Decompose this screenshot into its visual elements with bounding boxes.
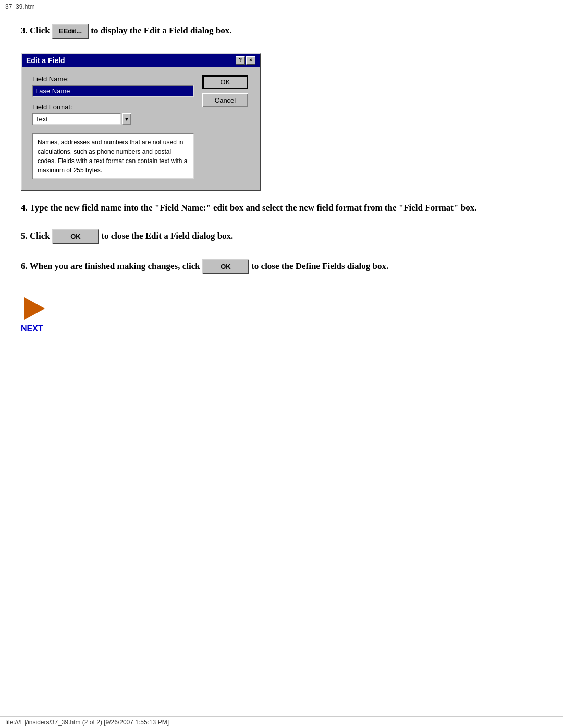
step-3: 3. Click EEdit... to display the Edit a … (21, 24, 542, 39)
step5-label: 5. Click (21, 231, 50, 241)
field-format-dropdown-container: Text ▼ (32, 113, 194, 125)
field-description-box: Names, addresses and numbers that are no… (32, 133, 194, 179)
field-name-input[interactable] (32, 85, 194, 97)
dialog-close-button[interactable]: × (246, 56, 255, 65)
step6-label: 6. When you are finished making changes,… (21, 261, 200, 271)
play-icon (24, 297, 45, 320)
status-bar: file:///E|/insiders/37_39.htm (2 of 2) [… (0, 716, 563, 728)
browser-title: 37_39.htm (0, 0, 563, 14)
step6-suffix: to close the Define Fields dialog box. (251, 261, 388, 271)
dialog-titlebar: Edit a Field ? × (22, 54, 260, 67)
dialog-cancel-button[interactable]: Cancel (202, 93, 248, 107)
ok-button-step5-inline[interactable]: OK (52, 229, 99, 244)
ok-button-step6-inline[interactable]: OK (202, 259, 249, 275)
step-6: 6. When you are finished making changes,… (21, 259, 542, 275)
step-4: 4. Type the new field name into the "Fie… (21, 201, 542, 215)
step3-suffix: to display the Edit a Field dialog box. (91, 26, 231, 35)
dialog-body: Field Name: Field Format: Text ▼ Names, … (22, 67, 260, 190)
dialog-title: Edit a Field (26, 56, 65, 65)
field-format-label: Field Format: (32, 103, 194, 111)
field-name-label: Field Name: (32, 75, 194, 83)
dialog-help-button[interactable]: ? (236, 56, 245, 65)
edit-field-dialog: Edit a Field ? × Field Name: Field Forma… (21, 53, 261, 191)
next-play-button[interactable] (21, 295, 48, 322)
dialog-right-panel: OK Cancel (202, 75, 249, 179)
step5-suffix: to close the Edit a Field dialog box. (101, 231, 233, 241)
nav-section: NEXT (21, 295, 542, 334)
edit-button-inline[interactable]: EEdit... (52, 24, 89, 39)
next-link[interactable]: NEXT (21, 324, 43, 334)
step-5: 5. Click OK to close the Edit a Field di… (21, 229, 542, 244)
step3-label: 3. Click (21, 26, 50, 35)
field-format-select[interactable]: Text (32, 113, 121, 125)
dialog-ok-button[interactable]: OK (202, 75, 248, 89)
dropdown-arrow-icon[interactable]: ▼ (122, 113, 131, 125)
dialog-left-panel: Field Name: Field Format: Text ▼ Names, … (32, 75, 194, 179)
